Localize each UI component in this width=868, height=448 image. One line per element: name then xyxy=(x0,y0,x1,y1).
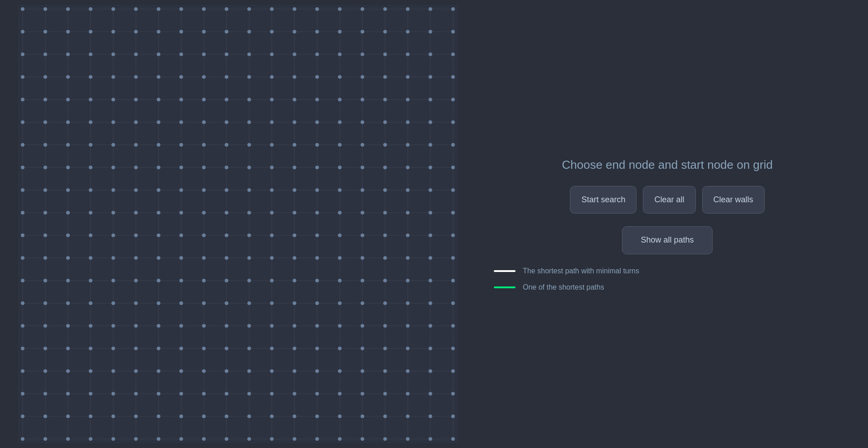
start-search-button[interactable]: Start search xyxy=(570,186,637,214)
legend-line-green xyxy=(494,286,516,288)
show-all-paths-button[interactable]: Show all paths xyxy=(622,226,712,254)
instruction-text: Choose end node and start node on grid xyxy=(562,157,772,173)
grid-container xyxy=(18,5,458,443)
clear-walls-button[interactable]: Clear walls xyxy=(702,186,765,214)
legend-line-white xyxy=(494,270,516,272)
sidebar: Choose end node and start node on grid S… xyxy=(485,148,850,300)
clear-all-button[interactable]: Clear all xyxy=(643,186,695,214)
legend-item-green: One of the shortest paths xyxy=(494,283,639,291)
grid-canvas[interactable] xyxy=(18,5,458,443)
buttons-row: Start search Clear all Clear walls xyxy=(570,186,764,214)
legend-label-white: The shortest path with minimal turns xyxy=(523,267,639,275)
legend: The shortest path with minimal turns One… xyxy=(494,267,639,291)
legend-label-green: One of the shortest paths xyxy=(523,283,604,291)
main-layout: Choose end node and start node on grid S… xyxy=(0,0,868,448)
show-all-paths-row: Show all paths xyxy=(622,226,712,254)
legend-item-white: The shortest path with minimal turns xyxy=(494,267,639,275)
